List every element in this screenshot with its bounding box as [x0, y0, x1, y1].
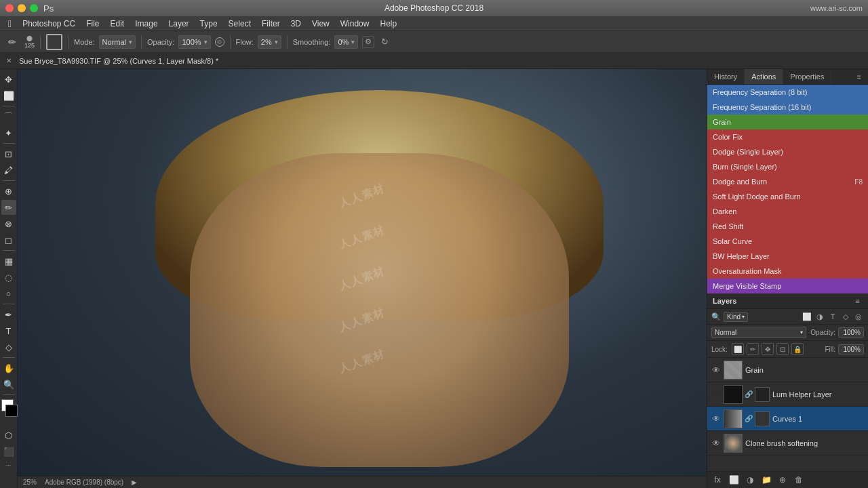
quick-mask-toggle[interactable]: ⬡ — [1, 428, 16, 443]
fill-value[interactable]: 100% — [838, 344, 864, 354]
menu-edit[interactable]: Edit — [105, 18, 130, 30]
rotate-canvas-icon[interactable]: ↻ — [378, 36, 391, 48]
layer-item-clone[interactable]: 👁 Clone brush softening — [707, 431, 868, 455]
status-arrow[interactable]: ▶ — [132, 479, 137, 486]
layer-name-clone: Clone brush softening — [745, 439, 864, 447]
flow-control[interactable]: 2% — [258, 35, 281, 49]
lock-all-icon[interactable]: 🔒 — [791, 343, 804, 355]
eyedropper-tool[interactable]: 🖍 — [1, 163, 16, 178]
move-tool[interactable]: ✥ — [1, 72, 16, 87]
add-mask-button[interactable]: ⬜ — [726, 474, 741, 486]
layer-visibility-curves[interactable]: 👁 — [711, 414, 721, 424]
menu-window[interactable]: Window — [335, 18, 375, 30]
background-color[interactable] — [5, 405, 18, 417]
opacity-control[interactable]: 100% — [178, 35, 210, 49]
crop-tool[interactable]: ⊡ — [1, 146, 16, 161]
minimize-button[interactable] — [18, 4, 26, 12]
menu-help[interactable]: Help — [374, 18, 402, 30]
layer-item-curves[interactable]: 👁 🔗 Curves 1 — [707, 407, 868, 431]
menu-3d[interactable]: 3D — [285, 18, 307, 30]
menu-file[interactable]: File — [81, 18, 104, 30]
lock-paint-icon[interactable]: ✏ — [747, 343, 759, 355]
gradient-tool[interactable]: ▦ — [1, 253, 16, 268]
tab-close-button[interactable]: ✕ — [4, 56, 14, 66]
eraser-tool[interactable]: ◻ — [1, 232, 16, 247]
action-item-oversaturation[interactable]: Oversaturation Mask — [707, 264, 868, 279]
action-item-dodge-burn[interactable]: Dodge and Burn F8 — [707, 174, 868, 189]
lock-artboard-icon[interactable]: ⊡ — [776, 343, 789, 355]
brush-tool[interactable]: ✏ — [1, 200, 16, 215]
action-item-red-shift[interactable]: Red Shift — [707, 219, 868, 234]
panel-options-button[interactable]: ≡ — [853, 70, 865, 83]
blend-mode-select[interactable]: Normal — [711, 327, 806, 338]
tab-properties[interactable]: Properties — [783, 69, 831, 84]
menu-view[interactable]: View — [307, 18, 335, 30]
action-item-burn-single[interactable]: Burn (Single Layer) — [707, 159, 868, 174]
delete-layer-button[interactable]: 🗑 — [791, 474, 806, 486]
canvas-area[interactable]: 人人素材 人人素材 人人素材 人人素材 人人素材 25% Adobe RGB (… — [18, 69, 707, 488]
type-tool[interactable]: T — [1, 323, 16, 338]
action-item-freq-sep-8[interactable]: Frequency Separation (8 bit) — [707, 85, 868, 100]
hand-tool[interactable]: ✋ — [1, 361, 16, 375]
create-layer-button[interactable]: ⊕ — [775, 474, 790, 486]
more-tools[interactable]: ··· — [6, 462, 12, 468]
blur-tool[interactable]: ◌ — [1, 270, 16, 285]
menu-photoshop[interactable]: Photoshop CC — [17, 18, 81, 30]
maximize-button[interactable] — [30, 4, 38, 12]
layer-visibility-lum-helper[interactable]: 👁 — [711, 390, 721, 399]
create-adjustment-button[interactable]: ◑ — [743, 474, 757, 486]
layers-options-button[interactable]: ≡ — [853, 296, 863, 306]
marquee-tool[interactable]: ⬜ — [1, 88, 16, 103]
screen-mode-toggle[interactable]: ⬛ — [1, 444, 16, 459]
magic-wand-tool[interactable]: ✦ — [1, 125, 16, 140]
lock-position-icon[interactable]: ✥ — [762, 343, 774, 355]
pixel-filter-icon[interactable]: ⬜ — [802, 311, 812, 322]
adjustment-filter-icon[interactable]: ◑ — [814, 311, 825, 322]
tab-history[interactable]: History — [707, 69, 745, 84]
layer-filter-dropdown[interactable]: Kind ▾ — [724, 312, 748, 322]
action-item-grain[interactable]: Grain — [707, 115, 868, 129]
document-tab[interactable]: Sue Bryce_T8A9930.TIF @ 25% (Curves 1, L… — [14, 57, 224, 65]
dodge-tool[interactable]: ○ — [1, 286, 16, 301]
blend-mode-row: Normal Opacity: 100% — [707, 325, 868, 341]
shape-filter-icon[interactable]: ◇ — [840, 311, 851, 322]
menu-image[interactable]: Image — [130, 18, 163, 30]
smart-object-filter-icon[interactable]: ◎ — [853, 311, 864, 322]
menu-filter[interactable]: Filter — [256, 18, 285, 30]
brush-size-control[interactable]: ⬤ 125 — [24, 35, 35, 49]
spot-heal-tool[interactable]: ⊕ — [1, 184, 16, 199]
close-button[interactable] — [5, 4, 14, 12]
opacity-value[interactable]: 100% — [838, 327, 864, 338]
action-item-color-fix[interactable]: Color Fix — [707, 129, 868, 144]
layer-visibility-grain[interactable]: 👁 — [711, 365, 721, 375]
brush-mode-toggle[interactable] — [46, 34, 62, 50]
layer-visibility-clone[interactable]: 👁 — [711, 439, 721, 448]
blend-mode-dropdown[interactable]: Normal — [99, 35, 136, 49]
shape-tool[interactable]: ◇ — [1, 340, 16, 354]
layer-item-grain[interactable]: 👁 Grain — [707, 358, 868, 382]
lock-transparency-icon[interactable]: ⬜ — [732, 343, 744, 355]
apple-menu[interactable]:  — [3, 18, 17, 29]
pen-tool[interactable]: ✒ — [1, 307, 16, 322]
layer-item-lum-helper[interactable]: 👁 🔗 Lum Helper Layer — [707, 382, 868, 407]
menu-layer[interactable]: Layer — [163, 18, 195, 30]
menu-type[interactable]: Type — [195, 18, 223, 30]
action-item-soft-light[interactable]: Soft Light Dodge and Burn — [707, 189, 868, 204]
action-item-solar-curve[interactable]: Solar Curve — [707, 234, 868, 249]
tab-actions[interactable]: Actions — [745, 69, 783, 84]
lasso-tool[interactable]: ⌒ — [1, 109, 16, 124]
type-filter-icon[interactable]: T — [827, 311, 838, 322]
menu-select[interactable]: Select — [223, 18, 256, 30]
smoothing-settings[interactable]: ⚙ — [362, 36, 374, 48]
action-item-darken[interactable]: Darken — [707, 204, 868, 219]
smoothing-control[interactable]: 0% — [334, 35, 358, 49]
airbrush-toggle[interactable]: ◎ — [215, 37, 224, 47]
zoom-tool[interactable]: 🔍 — [1, 377, 16, 392]
action-item-dodge-single[interactable]: Dodge (Single Layer) — [707, 144, 868, 159]
action-item-freq-sep-16[interactable]: Frequency Separation (16 bit) — [707, 100, 868, 115]
clone-stamp-tool[interactable]: ⊗ — [1, 216, 16, 231]
create-group-button[interactable]: 📁 — [759, 474, 774, 486]
action-item-merge-visible[interactable]: Merge Visible Stamp — [707, 279, 868, 293]
add-effect-button[interactable]: fx — [710, 474, 725, 486]
action-item-bw-helper[interactable]: BW Helper Layer — [707, 249, 868, 264]
